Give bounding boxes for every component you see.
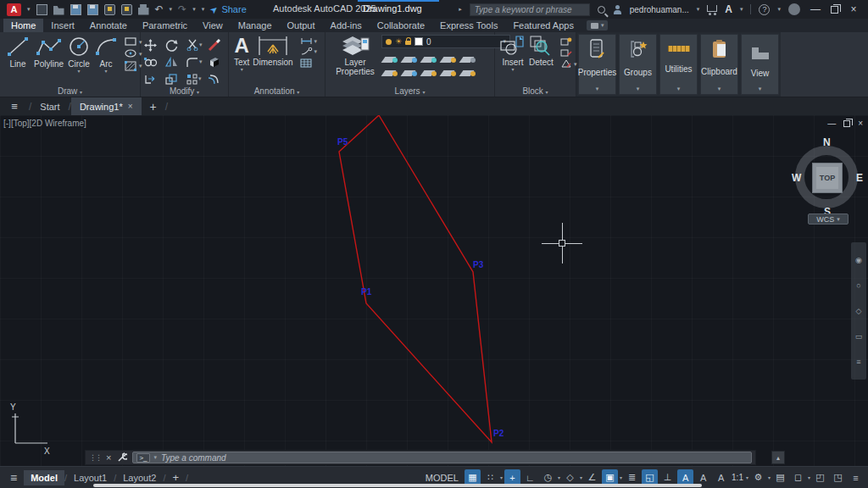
table-button[interactable] — [300, 58, 318, 68]
layer-walk-button[interactable] — [461, 64, 476, 76]
workspace-caret-icon[interactable]: ▾ — [768, 474, 771, 480]
annotation-panel-title[interactable]: Annotation ▾ — [229, 86, 325, 96]
circle-button[interactable]: Circle ▾ — [67, 35, 91, 74]
autodesk-account-icon[interactable]: A — [725, 3, 732, 15]
block-panel-title[interactable]: Block ▾ — [495, 86, 576, 96]
annotation-monitor-button[interactable]: ▤ — [772, 469, 788, 485]
viewport-controls-label[interactable]: [-][Top][2D Wireframe] — [3, 119, 86, 128]
panel-utilities[interactable]: Utilities ▾ — [659, 34, 698, 95]
drawing-canvas[interactable]: Y X [-][Top][2D Wireframe] — × P5 P1 P3 … — [0, 115, 868, 466]
save-as-icon[interactable] — [87, 4, 98, 15]
isolate-objects-button[interactable]: ◻ — [790, 469, 806, 485]
redo-icon[interactable]: ↷ — [178, 4, 186, 14]
tab-featured-apps[interactable]: Featured Apps — [505, 19, 581, 32]
undo-caret-icon[interactable]: ▾ — [170, 6, 173, 13]
rotate-button[interactable] — [165, 36, 186, 53]
ribbon-display-toggle[interactable]: ▾ — [587, 20, 609, 30]
tab-parametric[interactable]: Parametric — [135, 19, 195, 32]
scale-button[interactable] — [165, 70, 186, 87]
layers-panel-title[interactable]: Layers ▾ — [326, 86, 494, 96]
stretch-button[interactable] — [144, 70, 165, 87]
define-attributes-button[interactable]: ▾ — [560, 59, 577, 69]
panel-view[interactable]: View ▾ — [741, 34, 779, 95]
layout-menu-button[interactable]: ≡ — [3, 471, 24, 485]
fillet-button[interactable]: ▾ — [186, 53, 208, 70]
linear-dimension-button[interactable]: ▾ — [300, 37, 318, 45]
tab-manage[interactable]: Manage — [231, 19, 280, 32]
layer-match-button[interactable] — [461, 51, 476, 63]
viewport-close-icon[interactable]: × — [858, 119, 863, 128]
signed-in-user[interactable]: pedrohuaman... — [630, 5, 689, 14]
open-file-icon[interactable] — [53, 4, 64, 15]
osnap-caret-icon[interactable]: ▾ — [620, 474, 622, 480]
app-store-cart-icon[interactable] — [707, 5, 717, 12]
search-input[interactable] — [470, 3, 590, 16]
save-icon[interactable] — [70, 4, 81, 15]
insert-block-button[interactable]: Insert ▾ — [500, 35, 526, 72]
detect-button[interactable]: Detect — [529, 35, 554, 67]
scale-caret-icon[interactable]: ▾ — [746, 474, 748, 480]
new-layout-button[interactable]: + — [165, 471, 186, 484]
tab-output[interactable]: Output — [280, 19, 323, 32]
navigation-bar[interactable]: ◉ ○ ◇ ▭ ≡ — [851, 242, 866, 380]
leader-button[interactable]: ▾ — [300, 47, 318, 56]
circle-caret-icon[interactable]: ▾ — [78, 68, 81, 74]
nav-wheel-icon[interactable]: ◉ — [855, 256, 862, 264]
insert-caret-icon[interactable]: ▾ — [511, 66, 514, 72]
tab-collaborate[interactable]: Collaborate — [370, 19, 432, 32]
iso-caret-icon[interactable]: ▾ — [580, 474, 582, 480]
ellipse-button[interactable]: ▾ — [125, 49, 142, 58]
app-menu-caret-icon[interactable]: ▾ — [27, 6, 31, 13]
wcs-button[interactable]: WCS ▾ — [808, 214, 849, 225]
autodesk-caret-icon[interactable]: ▾ — [740, 6, 743, 13]
layer-freeze-button[interactable] — [422, 51, 437, 63]
layer-isolate-button[interactable] — [383, 51, 398, 63]
edit-block-button[interactable] — [560, 48, 577, 57]
rectangle-button[interactable]: ▾ — [125, 37, 142, 47]
viewcube-east[interactable]: E — [856, 172, 863, 184]
customize-qat-caret-icon[interactable]: ▾ — [202, 6, 205, 13]
panel-groups[interactable]: Groups ▾ — [619, 34, 657, 95]
tab-start[interactable]: Start — [31, 97, 68, 115]
viewport-restore-icon[interactable] — [843, 120, 850, 127]
pan-icon[interactable]: ○ — [856, 281, 860, 290]
erase-button[interactable] — [208, 36, 229, 53]
layer-thaw-all-button[interactable] — [422, 64, 437, 76]
search-expand-icon[interactable]: ▸ — [459, 6, 462, 13]
user-avatar-icon[interactable] — [613, 5, 622, 14]
line-button[interactable]: Line — [5, 35, 31, 69]
text-button[interactable]: A Text ▾ — [234, 35, 249, 72]
offset-button[interactable] — [208, 70, 229, 87]
arc-caret-icon[interactable]: ▾ — [105, 68, 108, 74]
array-button[interactable]: ▾ — [186, 70, 208, 87]
layer-color-swatch[interactable] — [415, 37, 423, 46]
layer-dropdown[interactable]: ☀ 0 ▾ — [381, 35, 510, 48]
graphics-performance-button[interactable]: ◰ — [812, 469, 828, 485]
tab-drawing1[interactable]: Drawing1* × — [71, 97, 142, 115]
navbar-more-icon[interactable]: ≡ — [856, 358, 860, 366]
isolate-caret-icon[interactable]: ▾ — [808, 474, 810, 480]
tab-addins[interactable]: Add-ins — [323, 19, 370, 32]
explode-button[interactable] — [208, 53, 229, 70]
arc-button[interactable]: Arc ▾ — [94, 35, 118, 74]
layout2-tab[interactable]: Layout2 — [116, 470, 163, 485]
mirror-button[interactable] — [165, 53, 186, 70]
array-caret-icon[interactable]: ▾ — [198, 75, 202, 82]
trim-button[interactable]: ▾ — [186, 36, 208, 53]
polyline-button[interactable]: Polyline — [34, 35, 64, 69]
panel-clipboard[interactable]: Clipboard ▾ — [700, 34, 738, 95]
restore-button[interactable] — [831, 6, 838, 14]
recent-commands-button[interactable]: ▴ — [771, 451, 785, 464]
customization-button[interactable]: ≡ — [848, 469, 864, 485]
search-icon[interactable] — [598, 6, 605, 14]
panel-properties[interactable]: Properties ▾ — [578, 34, 616, 95]
command-grip-handle[interactable]: ⋮⋮ — [89, 453, 101, 462]
create-block-button[interactable] — [560, 37, 577, 46]
viewcube[interactable]: N W E S TOP — [793, 136, 861, 214]
move-button[interactable] — [144, 36, 165, 53]
annotation-scale-icon[interactable]: A — [713, 469, 729, 485]
command-close-icon[interactable]: × — [106, 452, 111, 463]
polar-caret-icon[interactable]: ▾ — [558, 474, 560, 480]
command-prompt-icon[interactable]: >_ — [136, 453, 149, 463]
snap-caret-icon[interactable]: ▾ — [500, 474, 503, 480]
